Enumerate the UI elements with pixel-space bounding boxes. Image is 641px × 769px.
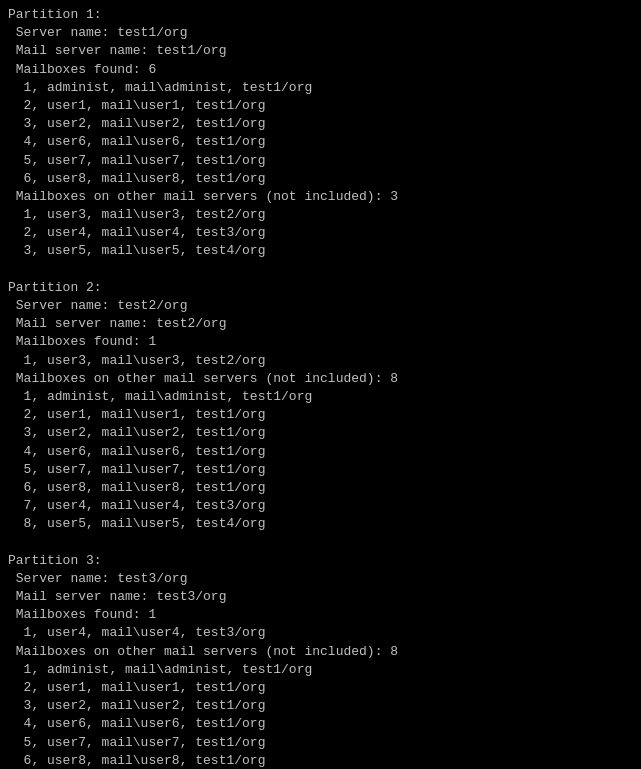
terminal-output: Partition 1: Server name: test1/org Mail… (8, 6, 633, 769)
